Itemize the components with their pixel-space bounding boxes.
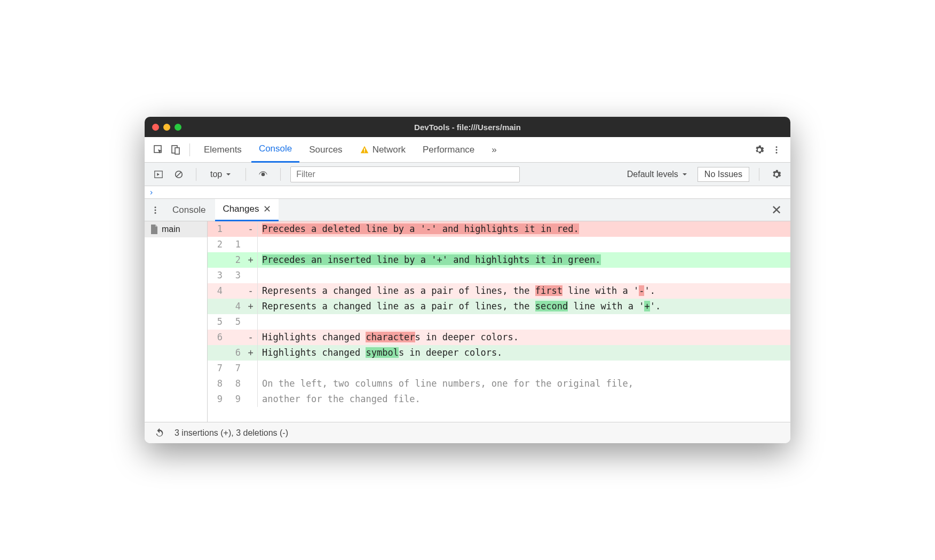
diff-row: 21 (208, 237, 790, 252)
drawer-tab-changes[interactable]: Changes ✕ (215, 199, 279, 221)
file-list: main (145, 221, 208, 422)
old-line-number (208, 345, 226, 361)
diff-marker: + (244, 345, 258, 361)
new-line-number (226, 283, 244, 299)
issues-button[interactable]: No Issues (698, 167, 749, 182)
chevron-down-icon (682, 171, 688, 178)
svg-rect-4 (364, 151, 365, 152)
separator (196, 168, 196, 181)
diff-row: 2+Precedes an inserted line by a '+' and… (208, 252, 790, 268)
diff-row: 33 (208, 268, 790, 283)
changes-footer: 3 insertions (+), 3 deletions (-) (145, 422, 790, 443)
new-line-number: 9 (226, 391, 244, 407)
changes-summary: 3 insertions (+), 3 deletions (-) (175, 428, 288, 438)
tab-performance[interactable]: Performance (415, 137, 482, 163)
diff-marker (244, 237, 258, 252)
tab-more[interactable]: » (484, 137, 504, 163)
minimize-window-button[interactable] (163, 124, 170, 131)
diff-code (262, 361, 790, 376)
diff-row: 4-Represents a changed line as a pair of… (208, 283, 790, 299)
svg-rect-0 (154, 146, 161, 153)
diff-code: Highlights changed characters in deeper … (262, 330, 790, 345)
clear-console-icon[interactable] (171, 167, 186, 182)
changes-panel: main 1-Precedes a deleted line by a '-' … (145, 221, 790, 422)
svg-point-11 (155, 206, 156, 208)
main-tabs: Elements Console Sources Network Perform… (145, 137, 790, 163)
old-line-number: 6 (208, 330, 226, 345)
svg-point-5 (776, 146, 778, 148)
new-line-number: 7 (226, 361, 244, 376)
separator (189, 143, 190, 156)
old-line-number: 4 (208, 283, 226, 299)
drawer-tab-console[interactable]: Console (165, 199, 213, 221)
new-line-number: 8 (226, 376, 244, 391)
diff-row: 55 (208, 314, 790, 330)
svg-rect-3 (364, 148, 365, 151)
revert-icon[interactable] (152, 426, 167, 441)
tab-console[interactable]: Console (251, 137, 299, 163)
old-line-number: 3 (208, 268, 226, 283)
new-line-number: 2 (226, 252, 244, 268)
context-label: top (210, 170, 222, 179)
drawer-more-icon[interactable] (148, 203, 163, 218)
diff-code: Represents a changed line as a pair of l… (262, 283, 790, 299)
log-levels-selector[interactable]: Default levels (623, 170, 692, 179)
context-selector[interactable]: top (206, 169, 236, 180)
new-line-number (226, 330, 244, 345)
diff-row: 6-Highlights changed characters in deepe… (208, 330, 790, 345)
new-line-number: 6 (226, 345, 244, 361)
warning-icon (360, 145, 369, 155)
inspect-element-icon[interactable] (151, 142, 166, 157)
diff-code (262, 268, 790, 283)
old-line-number: 7 (208, 361, 226, 376)
device-toolbar-icon[interactable] (168, 142, 183, 157)
separator (280, 168, 281, 181)
diff-view: 1-Precedes a deleted line by a '-' and h… (208, 221, 790, 422)
svg-point-6 (776, 149, 778, 150)
console-toolbar: top Default levels No Issues (145, 163, 790, 186)
diff-row: 6+Highlights changed symbols in deeper c… (208, 345, 790, 361)
diff-marker: - (244, 330, 258, 345)
svg-point-13 (155, 212, 156, 213)
diff-code: another for the changed file. (262, 391, 790, 407)
file-item-main[interactable]: main (145, 221, 207, 237)
diff-marker (244, 268, 258, 283)
new-line-number (226, 221, 244, 237)
new-line-number: 3 (226, 268, 244, 283)
diff-marker: + (244, 299, 258, 314)
old-line-number: 1 (208, 221, 226, 237)
settings-icon[interactable] (752, 142, 767, 157)
diff-code (262, 314, 790, 330)
more-options-icon[interactable] (769, 142, 784, 157)
svg-point-7 (776, 151, 778, 153)
svg-rect-2 (175, 148, 179, 154)
close-tab-icon[interactable]: ✕ (263, 203, 271, 215)
old-line-number: 5 (208, 314, 226, 330)
diff-marker (244, 361, 258, 376)
diff-row: 99another for the changed file. (208, 391, 790, 407)
diff-marker: - (244, 221, 258, 237)
log-levels-label: Default levels (627, 170, 678, 179)
diff-code (262, 237, 790, 252)
new-line-number: 4 (226, 299, 244, 314)
close-window-button[interactable] (152, 124, 159, 131)
new-line-number: 5 (226, 314, 244, 330)
diff-code: Represents a changed line as a pair of l… (262, 299, 790, 314)
live-expression-icon[interactable] (256, 167, 271, 182)
zoom-window-button[interactable] (175, 124, 181, 131)
close-drawer-icon[interactable]: ✕ (766, 203, 787, 218)
old-line-number: 2 (208, 237, 226, 252)
old-line-number: 8 (208, 376, 226, 391)
tab-sources[interactable]: Sources (302, 137, 350, 163)
console-settings-icon[interactable] (769, 167, 784, 182)
console-prompt[interactable]: › (145, 186, 790, 199)
execution-context-icon[interactable] (151, 167, 166, 182)
filter-input[interactable] (290, 166, 520, 182)
diff-marker (244, 391, 258, 407)
separator (245, 168, 246, 181)
tab-network[interactable]: Network (352, 137, 413, 163)
tab-elements[interactable]: Elements (196, 137, 249, 163)
separator (759, 168, 759, 181)
drawer-tab-changes-label: Changes (223, 204, 259, 214)
diff-code: Precedes a deleted line by a '-' and hig… (262, 221, 790, 237)
